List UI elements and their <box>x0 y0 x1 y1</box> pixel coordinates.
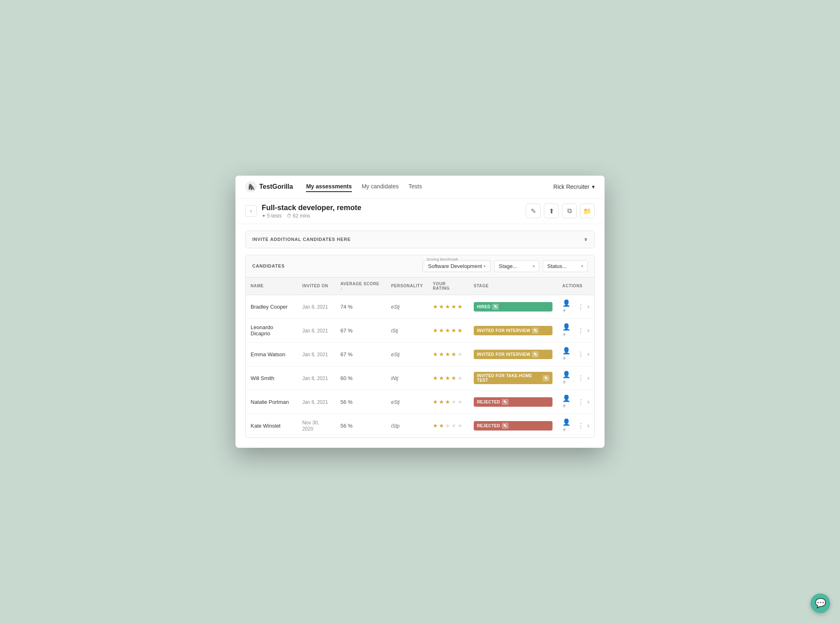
user-name: Rick Recruiter <box>553 183 589 190</box>
star-filled: ★ <box>451 327 457 334</box>
table-row: Kate Winslet Nov 30, 2020 56 % iStp ★★★★… <box>246 414 594 437</box>
stage-chevron-icon: ▾ <box>533 264 535 268</box>
actions-0: 👤+ ⋮ › <box>557 295 594 318</box>
status-dropdown[interactable]: Status... ▾ <box>543 260 588 272</box>
expand-icon-4[interactable]: › <box>587 398 589 405</box>
invite-header[interactable]: INVITE ADDITIONAL CANDIDATES HERE ∨ <box>246 231 594 248</box>
star-filled: ★ <box>439 303 444 310</box>
stage-dropdown[interactable]: Stage... ▾ <box>494 260 539 272</box>
star-filled: ★ <box>439 327 444 334</box>
avg-score-1: 67 % <box>336 318 386 342</box>
more-options-icon-0[interactable]: ⋮ <box>578 303 584 311</box>
star-filled: ★ <box>433 399 438 405</box>
more-options-icon-4[interactable]: ⋮ <box>578 398 584 406</box>
header: 🦍 TestGorilla My assessments My candidat… <box>235 176 605 199</box>
star-filled: ★ <box>439 375 444 381</box>
stage-edit-icon-4[interactable]: ✎ <box>502 399 508 405</box>
chat-button[interactable]: 💬 <box>810 593 830 613</box>
star-empty: ★ <box>457 375 463 381</box>
personality-3: iNtj <box>386 366 428 390</box>
add-candidate-icon-3[interactable]: 👤+ <box>562 371 574 386</box>
star-filled: ★ <box>433 422 438 429</box>
add-candidate-icon-4[interactable]: 👤+ <box>562 394 574 410</box>
add-candidate-icon-2[interactable]: 👤+ <box>562 347 574 362</box>
folder-button[interactable]: 📁 <box>580 204 595 218</box>
stage-badge-4[interactable]: REJECTED ✎ <box>474 397 552 407</box>
scoring-dropdown[interactable]: Software Development ▾ <box>425 261 488 271</box>
stage-4[interactable]: REJECTED ✎ <box>469 390 557 414</box>
nav-my-candidates[interactable]: My candidates <box>362 181 399 192</box>
star-filled: ★ <box>457 303 463 310</box>
stage-1[interactable]: INVITED FOR INTERVIEW ✎ <box>469 318 557 342</box>
expand-icon-2[interactable]: › <box>587 350 589 358</box>
stage-edit-icon-2[interactable]: ✎ <box>532 351 539 357</box>
star-empty: ★ <box>457 422 463 429</box>
nav-tests[interactable]: Tests <box>409 181 422 192</box>
stage-badge-5[interactable]: REJECTED ✎ <box>474 421 552 431</box>
stage-badge-1[interactable]: INVITED FOR INTERVIEW ✎ <box>474 326 552 335</box>
title-actions: ✎ ⬆ ⧉ 📁 <box>526 204 595 218</box>
edit-button[interactable]: ✎ <box>526 204 541 218</box>
personality-5: iStp <box>386 414 428 437</box>
star-empty: ★ <box>457 399 463 405</box>
stage-badge-2[interactable]: INVITED FOR INTERVIEW ✎ <box>474 350 552 359</box>
personality-2: eStj <box>386 342 428 366</box>
col-your-rating: YOUR RATING <box>428 277 469 295</box>
stage-edit-icon-5[interactable]: ✎ <box>502 423 508 429</box>
candidates-label: CANDIDATES <box>252 263 418 268</box>
stage-0[interactable]: HIRED ✎ <box>469 295 557 318</box>
star-filled: ★ <box>445 351 450 357</box>
back-button[interactable]: ‹ <box>245 205 257 217</box>
avg-score-5: 56 % <box>336 414 386 437</box>
rating-3[interactable]: ★★★★★ <box>428 366 469 390</box>
stage-badge-0[interactable]: HIRED ✎ <box>474 302 552 312</box>
expand-icon-1[interactable]: › <box>587 327 589 334</box>
rating-0[interactable]: ★★★★★ <box>428 295 469 318</box>
add-candidate-icon-5[interactable]: 👤+ <box>562 418 574 433</box>
stage-edit-icon-3[interactable]: ✎ <box>543 375 549 381</box>
stage-badge-3[interactable]: INVITED FOR TAKE-HOME TEST ✎ <box>474 372 552 384</box>
add-candidate-icon-1[interactable]: 👤+ <box>562 323 574 338</box>
rating-2[interactable]: ★★★★★ <box>428 342 469 366</box>
table-row: Bradley Cooper Jan 8, 2021 74 % eStj ★★★… <box>246 295 594 318</box>
stage-edit-icon-1[interactable]: ✎ <box>532 328 539 334</box>
upload-button[interactable]: ⬆ <box>544 204 559 218</box>
table-row: Leonardo Dicaprio Jan 8, 2021 67 % iStj … <box>246 318 594 342</box>
star-filled: ★ <box>445 399 450 405</box>
tests-count: ✦ 5 tests <box>262 213 282 219</box>
star-empty: ★ <box>451 399 457 405</box>
expand-icon-3[interactable]: › <box>587 374 589 382</box>
more-options-icon-2[interactable]: ⋮ <box>578 350 584 358</box>
title-bar: ‹ Full-stack developer, remote ✦ 5 tests… <box>235 199 605 224</box>
add-candidate-icon-0[interactable]: 👤+ <box>562 299 574 314</box>
candidate-name-4: Natalie Portman <box>246 390 297 414</box>
stage-2[interactable]: INVITED FOR INTERVIEW ✎ <box>469 342 557 366</box>
table-header-row: NAME INVITED ON AVERAGE SCORE ↓ PERSONAL… <box>246 277 594 295</box>
table-top: CANDIDATES Scoring benchmark Software De… <box>246 255 594 277</box>
more-options-icon-1[interactable]: ⋮ <box>578 327 584 334</box>
star-filled: ★ <box>445 375 450 381</box>
rating-1[interactable]: ★★★★★ <box>428 318 469 342</box>
rating-5[interactable]: ★★★★★ <box>428 414 469 437</box>
user-menu[interactable]: Rick Recruiter ▾ <box>553 183 595 190</box>
more-options-icon-5[interactable]: ⋮ <box>578 422 584 430</box>
stage-edit-icon-0[interactable]: ✎ <box>492 304 499 310</box>
filters-row: Stage... ▾ Status... ▾ <box>494 260 588 272</box>
table-row: Emma Watson Jan 8, 2021 67 % eStj ★★★★★ … <box>246 342 594 366</box>
stage-5[interactable]: REJECTED ✎ <box>469 414 557 437</box>
rating-4[interactable]: ★★★★★ <box>428 390 469 414</box>
nav-my-assessments[interactable]: My assessments <box>306 181 352 192</box>
invited-date-1: Jan 8, 2021 <box>297 318 336 342</box>
more-options-icon-3[interactable]: ⋮ <box>578 374 584 382</box>
candidate-name-3: Will Smith <box>246 366 297 390</box>
candidates-table: NAME INVITED ON AVERAGE SCORE ↓ PERSONAL… <box>246 277 594 437</box>
avg-score-0: 74 % <box>336 295 386 318</box>
sort-icon: ↓ <box>340 286 343 291</box>
stage-3[interactable]: INVITED FOR TAKE-HOME TEST ✎ <box>469 366 557 390</box>
expand-icon-5[interactable]: › <box>587 422 589 429</box>
candidate-name-5: Kate Winslet <box>246 414 297 437</box>
expand-icon-0[interactable]: › <box>587 303 589 310</box>
duplicate-button[interactable]: ⧉ <box>562 204 577 218</box>
star-filled: ★ <box>439 351 444 357</box>
star-filled: ★ <box>439 399 444 405</box>
